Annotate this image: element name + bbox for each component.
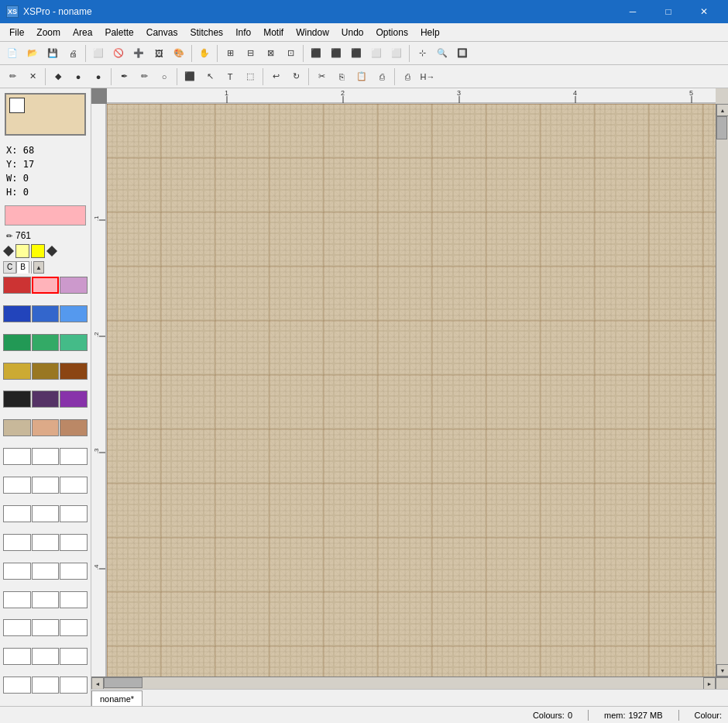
menu-item-undo[interactable]: Undo bbox=[335, 24, 370, 41]
palette-swatch-37[interactable] bbox=[32, 619, 60, 636]
close-button[interactable]: ✕ bbox=[686, 0, 722, 23]
tb1-btn-24[interactable]: ⊹ bbox=[413, 44, 431, 63]
main-canvas[interactable] bbox=[107, 104, 716, 677]
tb2-btn-0[interactable]: ✏ bbox=[3, 67, 22, 86]
menu-item-palette[interactable]: Palette bbox=[98, 24, 139, 41]
palette-swatch-34[interactable] bbox=[32, 591, 60, 608]
tb2-btn-8[interactable]: ✏ bbox=[135, 67, 153, 86]
palette-swatch-18[interactable] bbox=[3, 448, 31, 465]
palette-swatch-9[interactable] bbox=[3, 363, 31, 380]
palette-swatch-31[interactable] bbox=[32, 563, 60, 580]
tb1-btn-0[interactable]: 📄 bbox=[3, 44, 22, 63]
tb2-btn-5[interactable]: ● bbox=[89, 67, 108, 86]
menu-item-options[interactable]: Options bbox=[370, 24, 414, 41]
menu-item-stitches[interactable]: Stitches bbox=[184, 24, 229, 41]
palette-swatch-14[interactable] bbox=[60, 391, 88, 408]
canvas-tab-noname[interactable]: noname* bbox=[91, 690, 143, 706]
menu-item-file[interactable]: File bbox=[3, 24, 30, 41]
palette-swatch-39[interactable] bbox=[3, 648, 31, 665]
v-scroll-thumb[interactable] bbox=[716, 116, 727, 139]
palette-swatch-44[interactable] bbox=[60, 677, 88, 694]
palette-scroll-up[interactable]: ▲ bbox=[33, 261, 44, 274]
palette-swatch-38[interactable] bbox=[60, 619, 88, 636]
palette-swatch-35[interactable] bbox=[60, 591, 88, 608]
palette-swatch-32[interactable] bbox=[60, 563, 88, 580]
menu-item-canvas[interactable]: Canvas bbox=[140, 24, 184, 41]
palette-swatch-43[interactable] bbox=[32, 677, 60, 694]
tb2-btn-19[interactable]: ✂ bbox=[312, 67, 331, 86]
palette-swatch-16[interactable] bbox=[32, 419, 60, 436]
scroll-left-arrow[interactable]: ◄ bbox=[91, 677, 104, 690]
scroll-up-arrow[interactable]: ▲ bbox=[716, 104, 728, 116]
v-scrollbar[interactable]: ▲ ▼ bbox=[716, 104, 728, 677]
tb1-btn-26[interactable]: 🔲 bbox=[453, 44, 472, 63]
tb2-btn-3[interactable]: ◆ bbox=[49, 67, 67, 86]
menu-item-window[interactable]: Window bbox=[290, 24, 335, 41]
palette-swatch-3[interactable] bbox=[3, 305, 31, 322]
tb2-btn-9[interactable]: ○ bbox=[155, 67, 173, 86]
title-bar-controls[interactable]: ─ □ ✕ bbox=[615, 0, 722, 23]
swatch-yellow[interactable] bbox=[31, 244, 45, 258]
tb2-btn-1[interactable]: ✕ bbox=[23, 67, 42, 86]
palette-swatch-2[interactable] bbox=[60, 277, 88, 294]
tb2-btn-7[interactable]: ✒ bbox=[115, 67, 133, 86]
palette-swatch-23[interactable] bbox=[60, 477, 88, 494]
tb2-btn-16[interactable]: ↩ bbox=[266, 67, 285, 86]
h-scroll-thumb[interactable] bbox=[104, 677, 143, 688]
tb2-btn-12[interactable]: ↖ bbox=[201, 67, 219, 86]
tb2-btn-21[interactable]: 📋 bbox=[352, 67, 371, 86]
tb2-btn-25[interactable]: H→ bbox=[418, 67, 437, 86]
palette-swatch-11[interactable] bbox=[60, 363, 88, 380]
swatch-yellow-light[interactable] bbox=[15, 244, 29, 258]
palette-swatch-19[interactable] bbox=[32, 448, 60, 465]
palette-swatch-5[interactable] bbox=[60, 305, 88, 322]
tb1-btn-11[interactable]: ✋ bbox=[195, 44, 214, 63]
tb2-btn-24[interactable]: ⎙ bbox=[398, 67, 417, 86]
palette-swatch-21[interactable] bbox=[3, 477, 31, 494]
palette-swatch-7[interactable] bbox=[32, 334, 60, 351]
palette-tab-b[interactable]: B bbox=[16, 261, 29, 274]
tb1-btn-6[interactable]: 🚫 bbox=[109, 44, 128, 63]
palette-swatch-29[interactable] bbox=[60, 534, 88, 551]
palette-swatch-41[interactable] bbox=[60, 648, 88, 665]
tb1-btn-9[interactable]: 🎨 bbox=[170, 44, 188, 63]
diamond-right[interactable] bbox=[46, 246, 57, 256]
palette-swatch-30[interactable] bbox=[3, 563, 31, 580]
menu-item-area[interactable]: Area bbox=[67, 24, 98, 41]
scroll-down-arrow[interactable]: ▼ bbox=[716, 664, 728, 677]
tb1-btn-19[interactable]: ⬛ bbox=[327, 44, 345, 63]
palette-swatch-17[interactable] bbox=[60, 419, 88, 436]
tb1-btn-16[interactable]: ⊡ bbox=[281, 44, 300, 63]
tb1-btn-22[interactable]: ⬜ bbox=[387, 44, 406, 63]
maximize-button[interactable]: □ bbox=[651, 0, 686, 23]
palette-swatch-40[interactable] bbox=[32, 648, 60, 665]
tb2-btn-22[interactable]: ⎙ bbox=[373, 67, 391, 86]
tb1-btn-5[interactable]: ⬜ bbox=[89, 44, 108, 63]
palette-swatch-28[interactable] bbox=[32, 534, 60, 551]
tb1-btn-20[interactable]: ⬛ bbox=[347, 44, 366, 63]
tb1-btn-7[interactable]: ➕ bbox=[129, 44, 148, 63]
palette-swatch-36[interactable] bbox=[3, 619, 31, 636]
tb2-btn-17[interactable]: ↻ bbox=[287, 67, 305, 86]
tb1-btn-2[interactable]: 💾 bbox=[43, 44, 62, 63]
tb1-btn-13[interactable]: ⊞ bbox=[221, 44, 239, 63]
palette-tab-c[interactable]: C bbox=[3, 261, 16, 274]
palette-swatch-1[interactable] bbox=[32, 277, 60, 294]
tb1-btn-8[interactable]: 🖼 bbox=[149, 44, 168, 63]
palette-swatch-25[interactable] bbox=[32, 505, 60, 522]
menu-item-info[interactable]: Info bbox=[229, 24, 257, 41]
tb2-btn-13[interactable]: T bbox=[221, 67, 239, 86]
palette-swatch-27[interactable] bbox=[3, 534, 31, 551]
palette-swatch-26[interactable] bbox=[60, 505, 88, 522]
palette-swatch-10[interactable] bbox=[32, 363, 60, 380]
v-scroll-track[interactable] bbox=[716, 116, 728, 664]
tb2-btn-11[interactable]: ⬛ bbox=[180, 67, 199, 86]
palette-swatch-13[interactable] bbox=[32, 391, 60, 408]
palette-swatch-20[interactable] bbox=[60, 448, 88, 465]
palette-swatch-24[interactable] bbox=[3, 505, 31, 522]
minimize-button[interactable]: ─ bbox=[615, 0, 651, 23]
tb1-btn-1[interactable]: 📂 bbox=[23, 44, 42, 63]
h-scrollbar[interactable]: ◄ ► bbox=[91, 677, 728, 689]
palette-swatch-12[interactable] bbox=[3, 391, 31, 408]
tb2-btn-4[interactable]: ● bbox=[69, 67, 88, 86]
